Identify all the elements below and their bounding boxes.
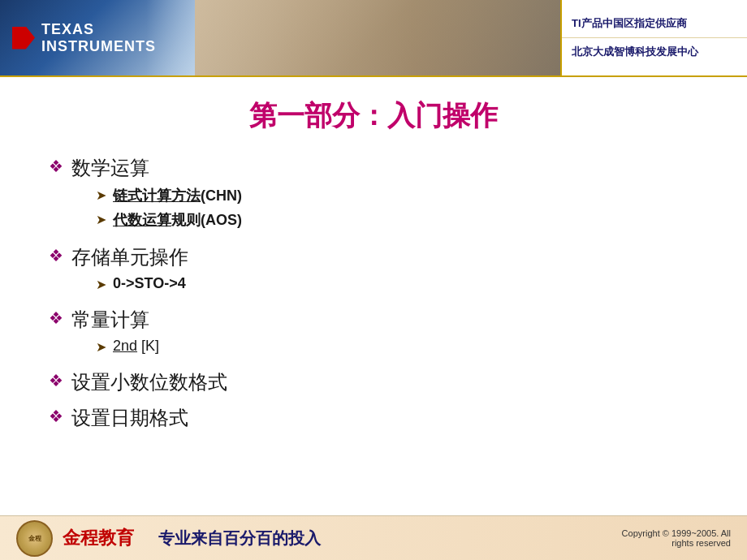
ti-logo: TEXAS INSTRUMENTS [0, 0, 195, 75]
arrow-icon: ➤ [96, 212, 106, 227]
info-line1: TI产品中国区指定供应商 [562, 10, 747, 38]
arrow-icon: ➤ [96, 339, 106, 355]
header: TEXAS INSTRUMENTS TI产品中国区指定供应商 北京大成智博科技发… [0, 0, 747, 77]
list-item: ❖ 存储单元操作 ➤ 0->STO->4 [49, 244, 698, 297]
bullet-text-storage: 存储单元操作 [71, 246, 188, 268]
sub-list-storage: ➤ 0->STO->4 [96, 275, 188, 292]
diamond-icon: ❖ [49, 407, 63, 426]
sub-list-constant: ➤ 2nd [K] [96, 338, 159, 355]
bullet-text-constant: 常量计算 [71, 308, 149, 330]
arrow-icon: ➤ [96, 187, 106, 203]
header-image [195, 0, 560, 75]
footer-logo-circle: 金程 [16, 520, 53, 557]
list-item: ➤ 0->STO->4 [96, 275, 188, 292]
list-item: ❖ 数学运算 ➤ 链式计算方法(CHN) ➤ 代数运算规则(AOS) [49, 155, 698, 235]
ti-logo-text: TEXAS INSTRUMENTS [41, 21, 183, 55]
slide-title: 第一部分：入门操作 [49, 93, 698, 135]
info-line2: 北京大成智博科技发展中心 [562, 38, 747, 66]
sub-text-chain: 链式计算方法(CHN) [113, 186, 242, 205]
header-info: TI产品中国区指定供应商 北京大成智博科技发展中心 [560, 0, 747, 75]
list-item: ➤ 2nd [K] [96, 338, 159, 355]
list-item: ➤ 链式计算方法(CHN) [96, 186, 242, 205]
list-item: ❖ 常量计算 ➤ 2nd [K] [49, 307, 698, 360]
footer: 金程 金程教育 专业来自百分百的投入 Copyright © 1999~2005… [0, 515, 747, 560]
footer-slogan: 专业来自百分百的投入 [158, 528, 321, 549]
diamond-icon: ❖ [49, 371, 63, 390]
diamond-icon: ❖ [49, 246, 63, 265]
sub-list-math: ➤ 链式计算方法(CHN) ➤ 代数运算规则(AOS) [96, 186, 242, 230]
footer-rights: rights reserved [671, 538, 731, 548]
bullet-text-date: 设置日期格式 [71, 405, 188, 431]
sub-text-sto: 0->STO->4 [113, 275, 186, 292]
main-content: 第一部分：入门操作 ❖ 数学运算 ➤ 链式计算方法(CHN) ➤ [0, 77, 747, 515]
sub-text-2nd: 2nd [K] [113, 338, 159, 355]
footer-copyright-block: Copyright © 1999~2005. All rights reserv… [614, 528, 731, 548]
list-item: ❖ 设置日期格式 [49, 405, 698, 431]
arrow-icon: ➤ [96, 277, 106, 292]
footer-copyright: Copyright © 1999~2005. All [622, 528, 731, 538]
list-item: ❖ 设置小数位数格式 [49, 369, 698, 395]
ti-icon [12, 27, 35, 50]
sub-text-algebra: 代数运算规则(AOS) [113, 210, 242, 230]
bullet-list: ❖ 数学运算 ➤ 链式计算方法(CHN) ➤ 代数运算规则(AOS) [49, 155, 698, 431]
footer-company: 金程教育 [63, 526, 134, 550]
list-item: ➤ 代数运算规则(AOS) [96, 210, 242, 230]
diamond-icon: ❖ [49, 157, 63, 176]
diamond-icon: ❖ [49, 308, 63, 328]
bullet-text-math: 数学运算 [71, 157, 149, 179]
bullet-text-decimal: 设置小数位数格式 [71, 369, 227, 395]
